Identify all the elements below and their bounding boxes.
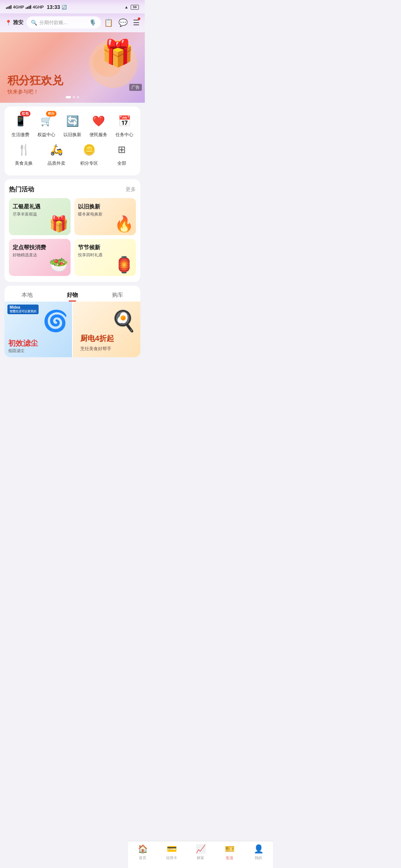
- menu-item-food[interactable]: 🍴 美食兑换: [10, 141, 37, 167]
- task-label: 任务中心: [115, 132, 133, 138]
- civil-icon: ❤️: [92, 115, 105, 127]
- all-icon: ⊞: [118, 144, 126, 155]
- menu-item-delivery[interactable]: 🛵 品质外卖: [43, 141, 70, 167]
- products-grid: Midea 智慧生活可以更美的 初效滤尘 低阻滤尘 🌀 厨电4折起 烹饪美食好帮…: [4, 302, 140, 357]
- menu-item-all[interactable]: ⊞ 全部: [108, 141, 135, 167]
- banner-decoration: 🎁: [67, 32, 145, 103]
- activities-grid: 工银星礼遇 尽享丰富权益 🎁 以旧换新 暖冬家电换新 🔥 定点帮扶消费 好物精选…: [7, 198, 137, 276]
- banner-content: 积分狂欢兑 快来参与吧！: [0, 66, 71, 103]
- activity-card-3[interactable]: 定点帮扶消费 好物精选直达 🥗: [9, 239, 71, 276]
- menu-icon-all: ⊞: [113, 141, 130, 158]
- tab-goods[interactable]: 好物: [59, 290, 85, 300]
- product-1-promo-sub: 低阻滤尘: [8, 348, 68, 354]
- points-icon: 🪙: [83, 144, 96, 156]
- activity-title-1: 工银星礼遇: [13, 203, 40, 210]
- ad-badge: 广告: [129, 84, 142, 91]
- activity-title-3: 定点帮扶消费: [13, 244, 46, 251]
- banner-circles: 🎁: [67, 32, 145, 103]
- hot-activities-card: 热门活动 更多 工银星礼遇 尽享丰富权益 🎁 以旧换新 暖冬家电换新 🔥 定点帮…: [4, 179, 140, 282]
- activity-subtitle-2: 暖冬家电换新: [78, 211, 102, 217]
- product-2-promo-sub: 烹饪美食好帮手: [76, 344, 137, 354]
- rights-badge: 积分: [46, 111, 56, 116]
- location-icon: 📍: [5, 20, 12, 26]
- activity-text-1: 工银星礼遇 尽享丰富权益: [13, 203, 40, 217]
- menu-icon-points: 🪙: [81, 141, 98, 158]
- tab-car-label: 购车: [112, 292, 123, 298]
- menu-icon-rights: 🛒 积分: [38, 112, 55, 129]
- food-icon: 🍴: [17, 144, 30, 156]
- signal-bars-2: [26, 5, 31, 9]
- search-icon: 🔍: [31, 20, 37, 26]
- status-left: 4GHP 4GHP 13:33 🔄: [6, 4, 67, 10]
- menu-item-task[interactable]: 📅 任务中心: [111, 112, 137, 138]
- header-icons: 📋 💬 ☰: [104, 18, 140, 27]
- product-2-icon: 🍳: [111, 309, 137, 333]
- tab-local[interactable]: 本地: [14, 290, 40, 300]
- activity-img-2: 🔥: [114, 215, 134, 233]
- activity-card-1[interactable]: 工银星礼遇 尽享丰富权益 🎁: [9, 198, 71, 235]
- activity-text-4: 节节候新 悦享四时礼遇: [78, 244, 102, 258]
- status-time: 13:33: [47, 4, 60, 10]
- status-icon: 🔄: [62, 5, 67, 10]
- banner[interactable]: 积分狂欢兑 快来参与吧！ 🎁 广告: [0, 32, 145, 103]
- activity-subtitle-1: 尽享丰富权益: [13, 211, 40, 217]
- menu-item-civil[interactable]: ❤️ 便民服务: [85, 112, 111, 138]
- tab-local-label: 本地: [22, 292, 33, 298]
- wifi-icon: ▲: [124, 5, 128, 9]
- activity-subtitle-3: 好物精选直达: [13, 252, 46, 258]
- menu-item-trade-in[interactable]: 🔄 以旧换新: [59, 112, 85, 138]
- gift-icon: 🎁: [101, 38, 134, 68]
- menu-icon-task: 📅: [116, 112, 133, 129]
- product-1-promo-main: 初效滤尘: [8, 339, 68, 347]
- activity-img-1: 🎁: [49, 215, 68, 233]
- tab-car[interactable]: 购车: [105, 290, 131, 300]
- menu-item-life-fee[interactable]: 📱 红包 生活缴费: [7, 112, 33, 138]
- signal-bars-1: [6, 5, 12, 9]
- section-header: 热门活动 更多: [7, 185, 137, 198]
- product-card-2[interactable]: 厨电4折起 烹饪美食好帮手 🍳: [73, 302, 140, 357]
- life-fee-icon: 📱: [14, 115, 26, 127]
- activity-text-2: 以旧换新 暖冬家电换新: [78, 203, 102, 217]
- note-icon: 📋: [104, 19, 113, 27]
- midea-badge: Midea 智慧生活可以更美的: [7, 305, 39, 314]
- menu-item-points[interactable]: 🪙 积分专区: [76, 141, 102, 167]
- menu-button[interactable]: ☰: [133, 18, 140, 27]
- header: 📍 雅安 🔍 分期付款账... 🎙️ 📋 💬 ☰: [0, 13, 145, 32]
- activity-card-2[interactable]: 以旧换新 暖冬家电换新 🔥: [74, 198, 136, 235]
- activity-title-4: 节节候新: [78, 244, 102, 251]
- life-fee-label: 生活缴费: [12, 132, 29, 138]
- menu-icon-food: 🍴: [15, 141, 32, 158]
- message-button[interactable]: 💬: [118, 18, 128, 27]
- product-card-1[interactable]: Midea 智慧生活可以更美的 初效滤尘 低阻滤尘 🌀: [4, 302, 72, 357]
- search-bar[interactable]: 🔍 分期付款账... 🎙️: [26, 16, 101, 29]
- dot-3: [77, 96, 79, 98]
- menu-icon-trade-in: 🔄: [64, 112, 81, 129]
- menu-item-rights[interactable]: 🛒 积分 权益中心: [33, 112, 59, 138]
- signal-label-1: 4GHP: [13, 5, 24, 9]
- activity-title-2: 以旧换新: [78, 203, 102, 210]
- location-button[interactable]: 📍 雅安: [5, 19, 23, 26]
- menu-row-2: 🍴 美食兑换 🛵 品质外卖 🪙 积分专区 ⊞ 全部: [7, 141, 137, 167]
- menu-icon-delivery: 🛵: [48, 141, 65, 158]
- section-title: 热门活动: [9, 185, 34, 194]
- life-fee-badge: 红包: [20, 111, 30, 116]
- trade-in-icon: 🔄: [66, 115, 79, 127]
- message-icon: 💬: [118, 19, 128, 27]
- note-button[interactable]: 📋: [104, 18, 113, 27]
- location-label: 雅安: [13, 19, 23, 26]
- signal-label-2: 4GHP: [33, 5, 44, 9]
- quick-menu-card: 📱 红包 生活缴费 🛒 积分 权益中心 🔄 以旧换新: [4, 106, 140, 175]
- activity-card-4[interactable]: 节节候新 悦享四时礼遇 🏮: [74, 239, 136, 276]
- food-label: 美食兑换: [15, 160, 33, 167]
- more-button[interactable]: 更多: [125, 186, 136, 193]
- activity-img-3: 🥗: [49, 256, 68, 274]
- menu-icon-life-fee: 📱 红包: [12, 112, 29, 129]
- banner-subtitle: 快来参与吧！: [7, 89, 63, 95]
- tab-goods-label: 好物: [67, 292, 78, 298]
- banner-title: 积分狂欢兑: [7, 74, 63, 87]
- product-1-icon: 🌀: [43, 309, 68, 333]
- mic-icon[interactable]: 🎙️: [89, 19, 97, 26]
- rights-label: 权益中心: [38, 132, 55, 138]
- menu-red-dot: [138, 17, 140, 20]
- header-row: 📍 雅安 🔍 分期付款账... 🎙️ 📋 💬 ☰: [5, 16, 140, 29]
